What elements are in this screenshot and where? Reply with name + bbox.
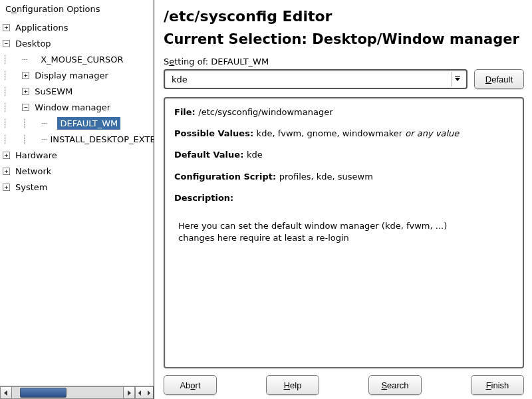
info-description-body: Here you can set the default window mana… [178, 220, 513, 244]
tree-node-label: System [13, 181, 50, 194]
tree-node-label: Desktop [13, 37, 54, 50]
current-selection: Current Selection: Desktop/Window manage… [164, 31, 524, 47]
scroll-ends-button[interactable] [135, 386, 154, 399]
main-panel: /etc/sysconfig Editor Current Selection:… [154, 0, 532, 399]
info-config-script: Configuration Script: profiles, kde, sus… [174, 171, 513, 183]
expander-icon[interactable]: + [3, 184, 10, 191]
expander-icon[interactable]: + [3, 168, 10, 175]
tree-node[interactable]: +System [3, 179, 154, 195]
setting-of-label: Setting of: DEFAULT_WM [164, 57, 524, 66]
tree-node[interactable]: +Hardware [3, 147, 154, 163]
tree-node[interactable]: ┊ ┄X_MOUSE_CURSOR [3, 51, 154, 67]
sidebar-title-ul: o [11, 4, 17, 14]
tree-node[interactable]: ┊ ┊ ┄DEFAULT_WM [3, 115, 154, 131]
expander-icon[interactable]: + [22, 72, 29, 79]
sidebar-title-pre: C [5, 4, 11, 14]
tree-node-label: DEFAULT_WM [57, 117, 120, 130]
svg-marker-0 [4, 390, 7, 396]
help-button[interactable]: Help [266, 375, 319, 395]
svg-rect-5 [455, 76, 460, 77]
abort-button[interactable]: Abort [164, 375, 217, 395]
default-button[interactable]: Default [474, 69, 524, 89]
info-possible-values: Possible Values: kde, fvwm, gnome, windo… [174, 128, 513, 140]
sidebar-title: Configuration Options [0, 0, 154, 18]
tree-node[interactable]: −Desktop [3, 35, 154, 51]
tree-node-label: INSTALL_DESKTOP_EXTENSIONS [47, 133, 154, 146]
info-default-value: Default Value: kde [174, 149, 513, 161]
search-button[interactable]: Search [368, 375, 422, 395]
horizontal-scrollbar[interactable] [0, 386, 154, 399]
svg-marker-3 [148, 390, 150, 396]
tree-node-label: Network [13, 165, 54, 178]
svg-marker-1 [128, 390, 131, 396]
expander-icon[interactable]: + [3, 152, 10, 159]
bottom-button-bar: Abort Help Search Finish [164, 368, 524, 395]
expander-icon[interactable]: + [3, 24, 10, 31]
config-tree[interactable]: +Applications−Desktop┊ ┄X_MOUSE_CURSOR┊ … [0, 18, 154, 386]
combobox-value: kde [172, 74, 452, 84]
scroll-track[interactable] [12, 386, 123, 399]
info-box: File: /etc/sysconfig/windowmanager Possi… [164, 97, 524, 368]
editor-title: /etc/sysconfig Editor [164, 8, 524, 25]
tree-node[interactable]: ┊ +SuSEWM [3, 83, 154, 99]
sidebar: Configuration Options +Applications−Desk… [0, 0, 154, 399]
svg-marker-2 [138, 390, 141, 396]
svg-marker-4 [455, 78, 460, 81]
tree-node[interactable]: ┊ ┊ ┄INSTALL_DESKTOP_EXTENSIONS [3, 131, 154, 147]
sidebar-title-post: nfiguration Options [17, 4, 100, 14]
tree-node[interactable]: ┊ +Display manager [3, 67, 154, 83]
info-file: File: /etc/sysconfig/windowmanager [174, 106, 513, 118]
tree-node[interactable]: +Network [3, 163, 154, 179]
tree-node-label: Window manager [32, 101, 113, 114]
expander-icon[interactable]: − [22, 104, 29, 111]
expander-icon[interactable]: − [3, 40, 10, 47]
tree-node-label: SuSEWM [32, 85, 75, 98]
expander-icon[interactable]: + [22, 88, 29, 95]
tree-node-label: X_MOUSE_CURSOR [38, 53, 126, 66]
tree-node-label: Display manager [32, 69, 110, 82]
info-description-label: Description: [174, 192, 513, 204]
tree-node[interactable]: ┊ −Window manager [3, 99, 154, 115]
scroll-thumb[interactable] [20, 388, 66, 398]
setting-row: kde Default [164, 69, 524, 89]
scroll-left-button[interactable] [0, 386, 12, 399]
tree-node-label: Hardware [13, 149, 60, 162]
finish-button[interactable]: Finish [471, 375, 524, 395]
value-combobox[interactable]: kde [164, 69, 467, 89]
tree-node-label: Applications [13, 21, 70, 34]
scroll-right-button[interactable] [123, 386, 135, 399]
chevron-down-icon[interactable] [452, 72, 464, 86]
tree-node[interactable]: +Applications [3, 19, 154, 35]
